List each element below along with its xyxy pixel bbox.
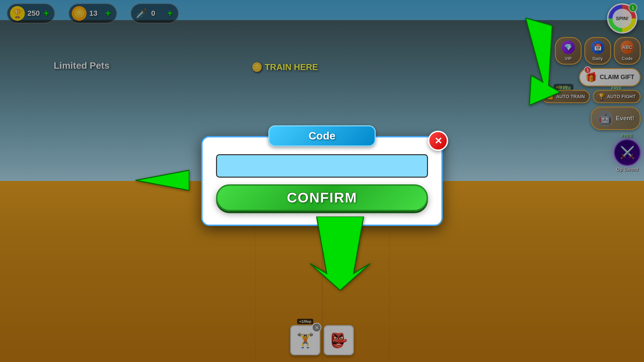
modal-title-bar: Code <box>268 125 376 146</box>
confirm-button[interactable]: CONFIRM <box>216 184 428 211</box>
code-input[interactable] <box>216 154 428 178</box>
modal-close-button[interactable]: ✕ <box>428 131 448 151</box>
modal-title-button: Code <box>268 125 376 146</box>
modal-title-text: Code <box>309 130 335 142</box>
close-icon: ✕ <box>434 135 442 146</box>
modal-overlay: Code ✕ CONFIRM <box>0 0 644 362</box>
code-modal: Code ✕ CONFIRM <box>201 136 443 226</box>
left-arrow <box>115 164 189 198</box>
svg-marker-1 <box>310 217 370 290</box>
confirm-label: CONFIRM <box>287 190 357 206</box>
code-input-wrapper <box>216 154 428 178</box>
svg-marker-0 <box>136 170 189 190</box>
bottom-arrow <box>310 217 370 292</box>
